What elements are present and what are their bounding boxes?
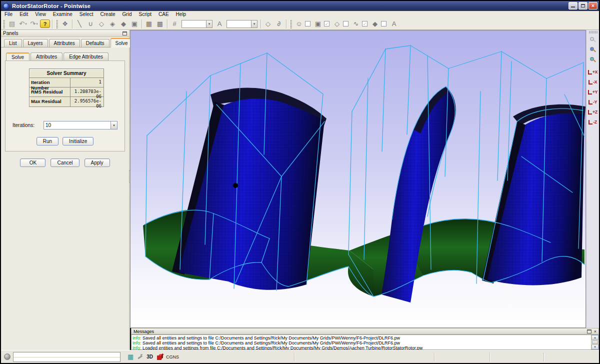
run-row: Run Initialize bbox=[6, 137, 124, 146]
ok-button[interactable]: OK bbox=[20, 158, 46, 167]
show-database-checkbox[interactable] bbox=[381, 21, 386, 26]
assemble-blocks-button[interactable]: ▣ bbox=[130, 19, 140, 29]
titlebar[interactable]: RotorStatorRotor - Pointwise × bbox=[1, 1, 599, 11]
messages-panel: Messages × Info: Saved all entities and … bbox=[131, 328, 599, 350]
view-minus-x-button[interactable]: -X bbox=[588, 75, 598, 84]
scroll-down-icon[interactable]: ▼ bbox=[592, 344, 598, 350]
iterations-combobox[interactable]: 10 ▾ bbox=[44, 121, 118, 130]
selected-point[interactable] bbox=[233, 183, 238, 188]
tab-solve[interactable]: Solve bbox=[110, 38, 133, 48]
toolbar-grip[interactable] bbox=[56, 20, 58, 28]
solve-button[interactable]: ◇ bbox=[263, 19, 273, 29]
menu-select[interactable]: Select bbox=[76, 11, 97, 18]
minimize-button[interactable] bbox=[568, 2, 578, 10]
show-shaded-button[interactable]: ☺ bbox=[294, 19, 304, 29]
zoom-box-icon bbox=[590, 47, 596, 52]
tab-list[interactable]: List bbox=[4, 39, 22, 47]
show-connectors-checkbox[interactable]: ✓ bbox=[362, 21, 368, 26]
view-toolbar: +X -X +Y -Y +Z -Z bbox=[586, 30, 599, 350]
panels-title: Panels bbox=[3, 30, 122, 36]
subtab-edge-attributes[interactable]: Edge Attributes bbox=[64, 52, 108, 60]
undo-button[interactable]: ↶▾ bbox=[18, 19, 28, 29]
scroll-thumb[interactable] bbox=[592, 340, 598, 344]
menu-create[interactable]: Create bbox=[97, 11, 119, 18]
menu-view[interactable]: View bbox=[32, 11, 50, 18]
show-domains-checkbox[interactable] bbox=[343, 21, 348, 26]
run-button[interactable]: Run bbox=[36, 137, 58, 146]
messages-header[interactable]: Messages × bbox=[131, 328, 599, 334]
tab-defaults[interactable]: Defaults bbox=[81, 39, 110, 47]
menu-file[interactable]: File bbox=[1, 11, 16, 18]
zoom-fit-button[interactable] bbox=[588, 55, 598, 64]
subtab-solve[interactable]: Solve bbox=[6, 52, 30, 61]
scroll-up-icon[interactable]: ▲ bbox=[592, 335, 598, 340]
create-domain-button[interactable]: ◇ bbox=[96, 19, 106, 29]
tab-attributes[interactable]: Attributes bbox=[49, 39, 80, 47]
show-blocks-button[interactable]: ▣ bbox=[313, 19, 323, 29]
close-button[interactable]: × bbox=[588, 2, 598, 10]
show-shaded-checkbox[interactable] bbox=[305, 21, 310, 26]
apply-button[interactable]: Apply bbox=[84, 158, 110, 167]
view-plus-y-button[interactable]: +Y bbox=[588, 85, 598, 94]
create-curve-button[interactable]: ∪ bbox=[86, 19, 96, 29]
initialize-button[interactable]: Initialize bbox=[62, 137, 94, 146]
view-plus-x-button[interactable]: +X bbox=[588, 65, 598, 74]
show-database-button[interactable]: ◆ bbox=[370, 19, 380, 29]
menu-examine[interactable]: Examine bbox=[50, 11, 76, 18]
dimension-icon: # bbox=[172, 20, 176, 28]
messages-close-icon[interactable]: × bbox=[594, 329, 596, 334]
menu-cae[interactable]: CAE bbox=[155, 11, 172, 18]
view-minus-y-button[interactable]: -Y bbox=[588, 95, 598, 104]
dimension-combobox[interactable]: ▾ bbox=[182, 20, 212, 28]
show-blocks-checkbox[interactable]: ✓ bbox=[324, 21, 330, 26]
view-plus-z-button[interactable]: +Z bbox=[588, 105, 598, 114]
redo-button[interactable]: ↷▾ bbox=[29, 19, 39, 29]
view-minus-z-button[interactable]: -Z bbox=[588, 115, 598, 124]
iterations-dropdown-icon[interactable]: ▾ bbox=[110, 122, 117, 129]
view-toolbar-grip[interactable] bbox=[588, 31, 598, 34]
redo-dropdown-icon[interactable]: ▾ bbox=[36, 22, 38, 26]
spacing-button[interactable]: A bbox=[214, 19, 224, 29]
tab-layers[interactable]: Layers bbox=[23, 39, 48, 47]
dimension-dropdown-icon[interactable]: ▾ bbox=[206, 20, 212, 28]
dimension-button[interactable]: # bbox=[170, 19, 180, 29]
panels-header[interactable]: Panels bbox=[1, 30, 129, 37]
cae-solver-label: CGNS bbox=[166, 354, 179, 360]
connectors-icon: ∿ bbox=[354, 20, 359, 28]
undo-dropdown-icon[interactable]: ▾ bbox=[25, 22, 27, 26]
show-labels-button[interactable]: A bbox=[389, 19, 399, 29]
save-button[interactable]: ▤ bbox=[7, 19, 17, 29]
messages-float-icon[interactable] bbox=[587, 330, 592, 334]
show-domains-button[interactable]: ◇ bbox=[332, 19, 342, 29]
spacing-dropdown-icon[interactable]: ▾ bbox=[251, 20, 257, 28]
help-button[interactable]: ? bbox=[40, 20, 50, 28]
menu-edit[interactable]: Edit bbox=[16, 11, 32, 18]
subtab-attributes[interactable]: Attributes bbox=[30, 52, 62, 60]
show-connectors-button[interactable]: ∿ bbox=[351, 19, 361, 29]
create-segment-button[interactable]: ╲ bbox=[74, 19, 84, 29]
menu-script[interactable]: Script bbox=[135, 11, 155, 18]
toolbar-grip[interactable] bbox=[2, 20, 5, 28]
layers-icon: ❖ bbox=[62, 20, 68, 28]
create-domain-mesh-button[interactable]: ◈ bbox=[108, 19, 118, 29]
unstructured-grid-button[interactable]: ▩ bbox=[155, 19, 165, 29]
assemble-domains-button[interactable]: ◆ bbox=[118, 19, 128, 29]
messages-scrollbar[interactable]: ▲ ▼ bbox=[591, 335, 598, 350]
structured-grid-button[interactable]: ▦ bbox=[144, 19, 154, 29]
panel-float-icon[interactable] bbox=[122, 32, 127, 36]
partial-derivative-button[interactable]: ∂ bbox=[274, 19, 284, 29]
menu-help[interactable]: Help bbox=[172, 11, 190, 18]
spacing-combobox[interactable]: ▾ bbox=[226, 20, 258, 28]
layers-assemble-button[interactable]: ❖ bbox=[60, 19, 70, 29]
shaded-face-icon: ☺ bbox=[296, 20, 302, 28]
status-separator bbox=[294, 352, 294, 362]
menu-grid[interactable]: Grid bbox=[119, 11, 136, 18]
axis-icon bbox=[588, 100, 592, 104]
solve-subtabbar: Solve Attributes Edge Attributes bbox=[1, 51, 129, 60]
viewport-3d[interactable] bbox=[130, 30, 586, 328]
zoom-last-button[interactable] bbox=[588, 35, 598, 44]
zoom-box-button[interactable] bbox=[588, 45, 598, 54]
toolbar-grip[interactable] bbox=[290, 20, 292, 28]
restore-button[interactable] bbox=[578, 2, 588, 10]
cancel-button[interactable]: Cancel bbox=[50, 158, 79, 167]
